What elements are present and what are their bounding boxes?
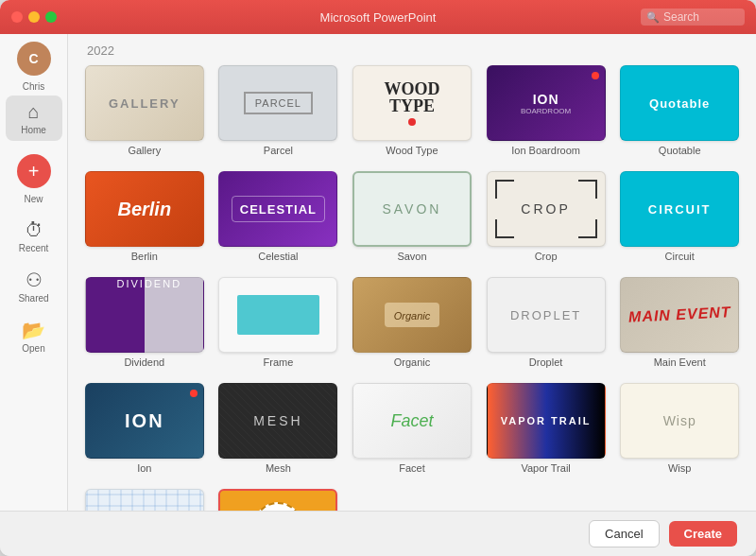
template-badge[interactable]: BADGE Badge Badge	[217, 489, 340, 511]
crop-text: CROP	[521, 201, 570, 217]
template-name-wisp: Wisp	[668, 462, 691, 474]
template-name-mesh: Mesh	[266, 462, 291, 474]
app-window: Microsoft PowerPoint 🔍 C Chris ⌂ Home + …	[0, 0, 756, 556]
celestial-text: CELESTIAL	[240, 202, 317, 217]
template-thumb-berlin: Berlin	[85, 171, 204, 247]
template-celestial[interactable]: CELESTIAL Celestial	[217, 171, 340, 262]
template-frame[interactable]: Frame	[217, 277, 340, 368]
mainevent-text: MAIN EVENT	[627, 304, 730, 326]
woodtype-text: WOODTYPE	[384, 80, 439, 114]
template-gallery[interactable]: GALLERY Gallery	[83, 65, 206, 156]
template-thumb-quotable: Quotable	[620, 65, 739, 141]
circuit-text: CIRCUIT	[648, 202, 712, 217]
sidebar-item-home[interactable]: ⌂ Home	[6, 96, 62, 141]
titlebar: Microsoft PowerPoint 🔍	[0, 0, 756, 34]
sidebar-item-recent[interactable]: ⏱ Recent	[6, 214, 62, 259]
sidebar-item-shared[interactable]: ⚇ Shared	[6, 263, 62, 309]
template-name-berlin: Berlin	[131, 251, 158, 262]
sidebar-label-recent: Recent	[19, 243, 49, 253]
traffic-lights	[11, 11, 57, 23]
content-area: 2022 GALLERY Gallery PARCEL Parcel	[68, 34, 756, 511]
template-name-mainevent: Main Event	[654, 356, 706, 368]
template-ion[interactable]: ION Ion	[83, 383, 206, 474]
badge-circle: BADGE	[253, 502, 302, 511]
template-vaportrail[interactable]: VAPOR TRAIL Vapor Trail	[485, 383, 608, 474]
template-circuit[interactable]: CIRCUIT Circuit	[618, 171, 741, 262]
template-woodtype[interactable]: WOODTYPE Wood Type	[351, 65, 473, 156]
create-button[interactable]: Create	[669, 521, 737, 547]
template-thumb-integral: INTEGRAL	[85, 489, 204, 511]
crop-corner-tr	[578, 180, 597, 199]
template-wisp[interactable]: Wisp Wisp	[618, 383, 741, 474]
sidebar-label-home: Home	[21, 125, 46, 135]
template-name-facet: Facet	[399, 462, 425, 474]
organic-inner: Organic	[385, 303, 440, 327]
recent-icon: ⏱	[25, 219, 43, 241]
template-crop[interactable]: CROP Crop	[485, 171, 608, 262]
home-icon: ⌂	[27, 101, 39, 123]
template-name-organic: Organic	[394, 356, 431, 368]
template-facet[interactable]: Facet Facet	[351, 383, 473, 474]
template-droplet[interactable]: DROPLET Droplet	[485, 277, 608, 368]
template-name-frame: Frame	[264, 356, 294, 368]
template-mainevent[interactable]: MAIN EVENT Main Event	[618, 277, 741, 368]
template-thumb-wisp: Wisp	[620, 383, 739, 459]
template-name-woodtype: Wood Type	[386, 145, 438, 156]
template-integral[interactable]: INTEGRAL Integral	[83, 489, 206, 511]
crop-corner-bl	[495, 219, 514, 238]
template-name-ion: Ion	[137, 462, 151, 474]
berlin-text: Berlin	[117, 199, 171, 220]
template-thumb-woodtype: WOODTYPE	[352, 65, 472, 141]
template-thumb-parcel: PARCEL	[218, 65, 337, 141]
plus-icon: +	[28, 162, 40, 181]
sidebar-item-open[interactable]: 📂 Open	[6, 313, 62, 359]
search-input[interactable]	[663, 10, 739, 24]
template-dividend[interactable]: DIVIDEND Dividend	[83, 277, 206, 368]
template-name-savon: Savon	[397, 251, 426, 262]
shared-icon: ⚇	[26, 269, 43, 291]
close-button[interactable]	[11, 11, 23, 23]
template-ionboardroom[interactable]: ION BOARDROOM Ion Boardroom	[485, 65, 608, 156]
templates-grid: GALLERY Gallery PARCEL Parcel WOODTYPE	[68, 61, 756, 511]
maximize-button[interactable]	[45, 11, 57, 23]
template-quotable[interactable]: Quotable Quotable	[618, 65, 741, 156]
gallery-text: GALLERY	[109, 96, 180, 111]
template-thumb-ionboardroom: ION BOARDROOM	[487, 65, 606, 141]
search-box[interactable]: 🔍	[641, 9, 745, 26]
template-savon[interactable]: SAVON Savon	[351, 171, 473, 262]
crop-corner-br	[578, 219, 597, 238]
sidebar: C Chris ⌂ Home + New ⏱ Recent ⚇ Shared	[0, 34, 68, 511]
user-label: Chris	[23, 81, 44, 92]
ionboard-text: ION	[533, 92, 559, 107]
cancel-button[interactable]: Cancel	[589, 520, 659, 547]
template-name-circuit: Circuit	[665, 251, 695, 262]
window-title: Microsoft PowerPoint	[320, 10, 437, 25]
template-thumb-mainevent: MAIN EVENT	[620, 277, 739, 353]
template-thumb-gallery: GALLERY	[85, 65, 204, 141]
template-berlin[interactable]: Berlin Berlin	[83, 171, 206, 262]
sidebar-item-new[interactable]: + New	[6, 145, 62, 210]
sidebar-label-new: New	[24, 194, 43, 204]
content-header: 2022	[68, 34, 756, 61]
template-thumb-circuit: CIRCUIT	[620, 171, 739, 247]
integral-pattern	[86, 490, 203, 511]
template-name-parcel: Parcel	[264, 145, 293, 156]
template-name-droplet: Droplet	[529, 356, 562, 368]
minimize-button[interactable]	[28, 11, 40, 23]
template-name-gallery: Gallery	[128, 145, 161, 156]
template-mesh[interactable]: MESH Mesh	[217, 383, 340, 474]
new-button[interactable]: +	[17, 154, 51, 188]
template-thumb-celestial: CELESTIAL	[218, 171, 337, 247]
sidebar-label-open: Open	[22, 343, 44, 354]
template-thumb-organic: Organic	[352, 277, 472, 353]
template-organic[interactable]: Organic Organic	[351, 277, 473, 368]
template-name-crop: Crop	[535, 251, 558, 262]
template-name-dividend: Dividend	[124, 356, 164, 368]
search-icon: 🔍	[646, 11, 660, 24]
template-parcel[interactable]: PARCEL Parcel	[217, 65, 340, 156]
vaportrail-text: VAPOR TRAIL	[501, 415, 592, 426]
template-thumb-facet: Facet	[352, 383, 472, 459]
droplet-text: DROPLET	[510, 308, 581, 322]
ionboard-dot	[592, 72, 599, 79]
crop-corner-tl	[495, 180, 514, 199]
